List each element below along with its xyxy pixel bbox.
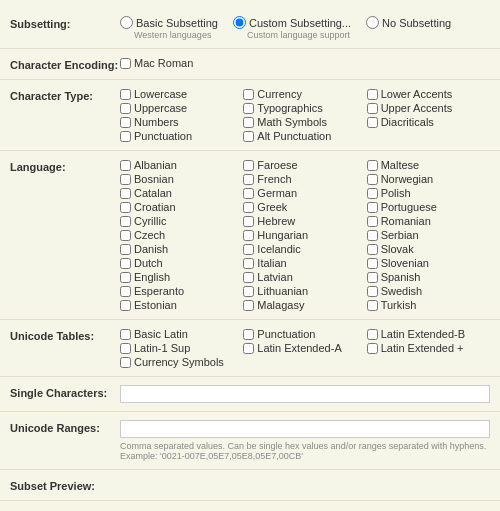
lang-item-norwegian: Norwegian	[367, 173, 490, 185]
char-type-checkbox-upper-accents[interactable]	[367, 103, 378, 114]
language-section: Language: AlbanianFaroeseMalteseBosnianF…	[0, 151, 500, 320]
char-type-label-alt-punctuation: Alt Punctuation	[257, 130, 331, 142]
char-encoding-checkbox-mac-roman[interactable]	[120, 58, 131, 69]
lang-label-romanian: Romanian	[381, 215, 431, 227]
lang-checkbox-slovenian[interactable]	[367, 258, 378, 269]
lang-checkbox-turkish[interactable]	[367, 300, 378, 311]
ut-checkbox-latin-1-sup[interactable]	[120, 343, 131, 354]
char-type-checkbox-punctuation[interactable]	[120, 131, 131, 142]
ut-item-punctuation-ut: Punctuation	[243, 328, 366, 340]
lang-checkbox-slovak[interactable]	[367, 244, 378, 255]
lang-label-norwegian: Norwegian	[381, 173, 434, 185]
lang-checkbox-greek[interactable]	[243, 202, 254, 213]
subsetting-radio-label-basic: Basic Subsetting	[136, 17, 218, 29]
lang-label-serbian: Serbian	[381, 229, 419, 241]
lang-item-hungarian: Hungarian	[243, 229, 366, 241]
lang-label-english: English	[134, 271, 170, 283]
ut-checkbox-latin-extended-plus[interactable]	[367, 343, 378, 354]
char-type-item-alt-punctuation: Alt Punctuation	[243, 130, 366, 142]
lang-checkbox-hebrew[interactable]	[243, 216, 254, 227]
single-characters-input[interactable]	[120, 385, 490, 403]
subsetting-radio-none[interactable]	[366, 16, 379, 29]
lang-label-danish: Danish	[134, 243, 168, 255]
lang-item-albanian: Albanian	[120, 159, 243, 171]
char-type-label-math-symbols: Math Symbols	[257, 116, 327, 128]
lang-label-german: German	[257, 187, 297, 199]
char-type-checkbox-alt-punctuation[interactable]	[243, 131, 254, 142]
lang-checkbox-german[interactable]	[243, 188, 254, 199]
lang-checkbox-english[interactable]	[120, 272, 131, 283]
char-type-label-lowercase: Lowercase	[134, 88, 187, 100]
lang-checkbox-spanish[interactable]	[367, 272, 378, 283]
subsetting-radio-custom[interactable]	[233, 16, 246, 29]
lang-checkbox-hungarian[interactable]	[243, 230, 254, 241]
lang-checkbox-czech[interactable]	[120, 230, 131, 241]
lang-checkbox-maltese[interactable]	[367, 160, 378, 171]
lang-item-slovak: Slovak	[367, 243, 490, 255]
char-type-item-currency: Currency	[243, 88, 366, 100]
lang-label-bosnian: Bosnian	[134, 173, 174, 185]
lang-checkbox-albanian[interactable]	[120, 160, 131, 171]
char-type-checkbox-typographics[interactable]	[243, 103, 254, 114]
character-encoding-content: Mac Roman	[120, 57, 490, 69]
lang-checkbox-icelandic[interactable]	[243, 244, 254, 255]
subsetting-option-custom: Custom Subsetting...Custom language supp…	[233, 16, 351, 40]
lang-checkbox-latvian[interactable]	[243, 272, 254, 283]
char-type-item-diacriticals: Diacriticals	[367, 116, 490, 128]
character-type-grid: LowercaseCurrencyLower AccentsUppercaseT…	[120, 88, 490, 142]
lang-checkbox-bosnian[interactable]	[120, 174, 131, 185]
lang-checkbox-croatian[interactable]	[120, 202, 131, 213]
ut-checkbox-basic-latin[interactable]	[120, 329, 131, 340]
lang-checkbox-romanian[interactable]	[367, 216, 378, 227]
lang-checkbox-danish[interactable]	[120, 244, 131, 255]
char-type-checkbox-uppercase[interactable]	[120, 103, 131, 114]
unicode-ranges-input[interactable]	[120, 420, 490, 438]
lang-item-serbian: Serbian	[367, 229, 490, 241]
ut-item-currency-symbols: Currency Symbols	[120, 356, 243, 368]
lang-label-esperanto: Esperanto	[134, 285, 184, 297]
lang-item-english: English	[120, 271, 243, 283]
subsetting-radio-label-custom: Custom Subsetting...	[249, 17, 351, 29]
lang-checkbox-polish[interactable]	[367, 188, 378, 199]
lang-checkbox-dutch[interactable]	[120, 258, 131, 269]
lang-item-hebrew: Hebrew	[243, 215, 366, 227]
lang-checkbox-estonian[interactable]	[120, 300, 131, 311]
lang-item-swedish: Swedish	[367, 285, 490, 297]
lang-label-italian: Italian	[257, 257, 286, 269]
lang-checkbox-swedish[interactable]	[367, 286, 378, 297]
char-type-checkbox-numbers[interactable]	[120, 117, 131, 128]
lang-checkbox-esperanto[interactable]	[120, 286, 131, 297]
lang-checkbox-faroese[interactable]	[243, 160, 254, 171]
char-type-checkbox-math-symbols[interactable]	[243, 117, 254, 128]
char-encoding-item-mac-roman: Mac Roman	[120, 57, 193, 69]
lang-item-turkish: Turkish	[367, 299, 490, 311]
ut-checkbox-latin-extended-b[interactable]	[367, 329, 378, 340]
lang-checkbox-portuguese[interactable]	[367, 202, 378, 213]
subsetting-radio-basic[interactable]	[120, 16, 133, 29]
ut-checkbox-punctuation-ut[interactable]	[243, 329, 254, 340]
char-type-label-uppercase: Uppercase	[134, 102, 187, 114]
lang-checkbox-norwegian[interactable]	[367, 174, 378, 185]
lang-item-estonian: Estonian	[120, 299, 243, 311]
char-type-checkbox-diacriticals[interactable]	[367, 117, 378, 128]
lang-checkbox-italian[interactable]	[243, 258, 254, 269]
char-type-label-lower-accents: Lower Accents	[381, 88, 453, 100]
char-type-checkbox-lower-accents[interactable]	[367, 89, 378, 100]
char-type-checkbox-lowercase[interactable]	[120, 89, 131, 100]
lang-checkbox-french[interactable]	[243, 174, 254, 185]
lang-checkbox-cyrillic[interactable]	[120, 216, 131, 227]
ut-checkbox-latin-extended-a[interactable]	[243, 343, 254, 354]
ut-checkbox-currency-symbols[interactable]	[120, 357, 131, 368]
lang-checkbox-lithuanian[interactable]	[243, 286, 254, 297]
lang-item-faroese: Faroese	[243, 159, 366, 171]
lang-checkbox-catalan[interactable]	[120, 188, 131, 199]
lang-item-latvian: Latvian	[243, 271, 366, 283]
lang-label-slovenian: Slovenian	[381, 257, 429, 269]
lang-checkbox-malagasy[interactable]	[243, 300, 254, 311]
lang-item-czech: Czech	[120, 229, 243, 241]
lang-item-dutch: Dutch	[120, 257, 243, 269]
char-type-checkbox-currency[interactable]	[243, 89, 254, 100]
unicode-ranges-hint: Comma separated values. Can be single he…	[120, 441, 490, 461]
subsetting-radio-label-none: No Subsetting	[382, 17, 451, 29]
lang-checkbox-serbian[interactable]	[367, 230, 378, 241]
